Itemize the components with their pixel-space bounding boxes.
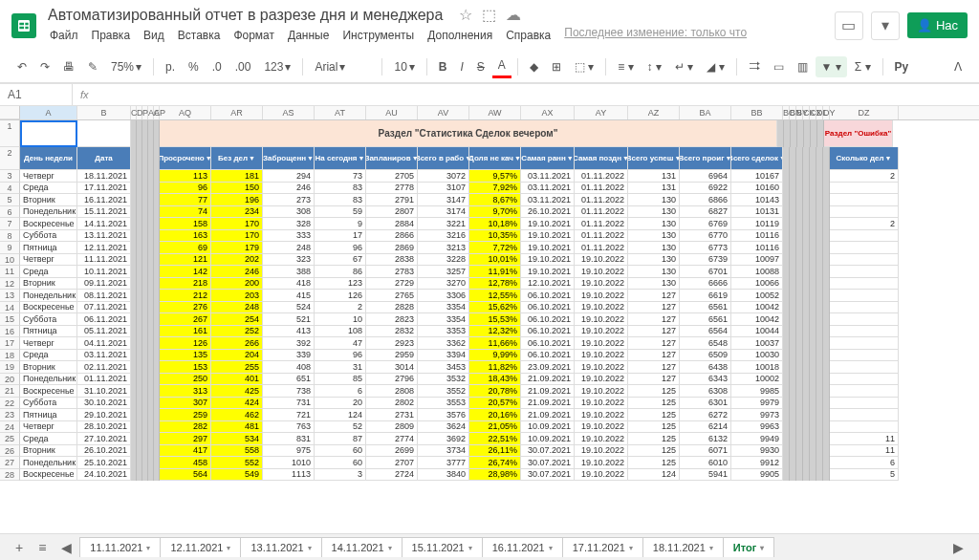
sheet-tab[interactable]: 16.11.2021 ▾ <box>482 537 563 557</box>
table-row[interactable]: 11 Среда 10.11.2021 142 246 388 86 2783 … <box>0 266 979 278</box>
functions-button[interactable]: Σ ▾ <box>849 56 877 77</box>
print-button[interactable]: 🖶 <box>57 56 80 77</box>
sheet-tab[interactable]: 17.11.2021 ▾ <box>562 537 643 557</box>
col-aq[interactable]: Просрочено▼ <box>160 147 211 170</box>
sheet-tab[interactable]: 13.11.2021 ▾ <box>240 537 321 557</box>
table-row[interactable]: 5 Вторник 16.11.2021 77 196 273 83 2791 … <box>0 194 979 206</box>
comments-icon[interactable]: ▭ <box>835 11 863 40</box>
text-color-button[interactable]: A <box>492 54 511 78</box>
table-row[interactable]: 10 Четверг 11.11.2021 121 202 323 67 283… <box>0 254 979 267</box>
table-row[interactable]: 22 Суббота 30.10.2021 307 424 731 20 280… <box>0 398 979 410</box>
col-ax[interactable]: Самая ранн▼ <box>521 147 575 170</box>
col-dz[interactable]: Сколько дел▼ <box>830 147 899 170</box>
table-row[interactable]: 25 Среда 27.10.2021 297 534 831 87 2774 … <box>0 433 979 445</box>
table-row[interactable]: 15 Суббота 06.11.2021 267 254 521 10 282… <box>0 313 979 326</box>
sheet-tab[interactable]: Итог ▾ <box>723 537 774 557</box>
undo-button[interactable]: ↶ <box>11 56 33 77</box>
menu-format[interactable]: Формат <box>228 26 280 45</box>
menu-data[interactable]: Данные <box>282 26 335 45</box>
table-row[interactable]: 9 Пятница 12.11.2021 69 179 248 96 2869 … <box>0 242 979 254</box>
zoom-select[interactable]: 75% ▾ <box>105 56 147 77</box>
table-row[interactable]: 20 Понедельник 01.11.2021 250 401 651 85… <box>0 374 979 386</box>
menu-edit[interactable]: Правка <box>86 26 137 45</box>
doc-title[interactable]: Автоматизированный отчет в разрезе дня и… <box>44 5 446 25</box>
share-button[interactable]: 👤 Нас <box>907 12 968 38</box>
table-row[interactable]: 14 Воскресенье 07.11.2021 276 248 524 2 … <box>0 302 979 314</box>
all-sheets-button[interactable]: ≡ <box>31 536 54 559</box>
sheet-tab[interactable]: 14.11.2021 ▾ <box>321 537 402 557</box>
col-ay[interactable]: Самая поздн▼ <box>575 147 628 170</box>
ru-button[interactable]: Ру <box>889 56 915 77</box>
sheet-tab[interactable]: 11.11.2021 ▾ <box>79 537 161 557</box>
table-row[interactable]: 18 Среда 03.11.2021 135 204 339 96 2959 … <box>0 350 979 362</box>
cell-reference[interactable]: A1 <box>0 84 73 105</box>
table-row[interactable]: 7 Воскресенье 14.11.2021 158 170 328 9 2… <box>0 218 979 230</box>
table-row[interactable]: 26 Вторник 26.10.2021 417 558 975 60 269… <box>0 445 979 458</box>
add-sheet-button[interactable]: + <box>8 536 31 559</box>
paint-format-button[interactable]: ✎ <box>82 56 103 77</box>
present-icon[interactable]: ▾ <box>871 11 900 40</box>
collapse-toolbar-button[interactable]: ᐱ <box>948 56 968 77</box>
chart-button[interactable]: ▥ <box>792 56 814 77</box>
fill-color-button[interactable]: ◆ <box>524 56 544 77</box>
col-bb[interactable]: Всего сделок▼ <box>731 147 783 170</box>
fontsize-select[interactable]: 10 ▾ <box>388 56 420 77</box>
table-row[interactable]: 8 Суббота 13.11.2021 163 170 333 17 2866… <box>0 230 979 243</box>
sheet-tab[interactable]: 12.11.2021 ▾ <box>160 537 241 557</box>
menu-addons[interactable]: Дополнения <box>422 26 498 45</box>
dec-decimal-button[interactable]: .0 <box>207 56 228 77</box>
comment-button[interactable]: ▭ <box>768 56 790 77</box>
sheet-tab[interactable]: 15.11.2021 ▾ <box>402 537 483 557</box>
link-button[interactable]: ⮆ <box>743 56 766 77</box>
scroll-right-button[interactable]: ▶ <box>946 536 971 559</box>
col-ba[interactable]: Всего проиг▼ <box>680 147 731 170</box>
menu-view[interactable]: Вид <box>138 26 170 45</box>
menu-help[interactable]: Справка <box>500 26 556 45</box>
table-row[interactable]: 21 Воскресенье 31.10.2021 313 425 738 6 … <box>0 385 979 398</box>
percent-button[interactable]: % <box>183 56 205 77</box>
last-modified[interactable]: Последнее изменение: только что <box>564 26 747 45</box>
table-row[interactable]: 16 Пятница 05.11.2021 161 252 413 108 28… <box>0 326 979 338</box>
col-az[interactable]: Всего успеш▼ <box>628 147 680 170</box>
menu-insert[interactable]: Вставка <box>172 26 227 45</box>
col-at[interactable]: На сегодня▼ <box>315 147 366 170</box>
bold-button[interactable]: B <box>433 56 453 77</box>
table-row[interactable]: 4 Среда 17.11.2021 96 150 246 83 2778 31… <box>0 183 979 195</box>
cell-A1[interactable] <box>20 120 77 147</box>
col-aw[interactable]: Доля не кач▼ <box>469 147 521 170</box>
col-as[interactable]: Заброщенн▼ <box>263 147 315 170</box>
table-row[interactable]: 13 Понедельник 08.11.2021 212 203 415 12… <box>0 290 979 302</box>
move-icon[interactable]: ⬚ <box>482 6 496 24</box>
scroll-left-button[interactable]: ◀ <box>54 536 79 559</box>
merge-button[interactable]: ⬚ ▾ <box>569 56 599 77</box>
table-row[interactable]: 24 Четверг 28.10.2021 282 481 763 52 280… <box>0 421 979 434</box>
cloud-icon[interactable]: ☁ <box>506 6 521 24</box>
col-date[interactable]: Дата <box>77 147 131 170</box>
col-av[interactable]: Всего в рабо▼ <box>418 147 469 170</box>
col-day[interactable]: День недели <box>20 147 77 170</box>
table-row[interactable]: 23 Пятница 29.10.2021 259 462 721 124 27… <box>0 409 979 421</box>
col-au[interactable]: Запланиров▼ <box>366 147 418 170</box>
table-row[interactable]: 17 Четверг 04.11.2021 126 266 392 47 292… <box>0 337 979 350</box>
filter-button[interactable]: ▼ ▾ <box>816 56 847 77</box>
table-row[interactable]: 3 Четверг 18.11.2021 113 181 294 73 2705… <box>0 170 979 183</box>
star-icon[interactable]: ☆ <box>459 6 472 24</box>
halign-button[interactable]: ≡ ▾ <box>612 56 639 77</box>
sheets-logo[interactable] <box>11 13 36 38</box>
redo-button[interactable]: ↷ <box>34 56 55 77</box>
col-ar[interactable]: Без дел▼ <box>211 147 263 170</box>
valign-button[interactable]: ↕ ▾ <box>642 56 667 77</box>
spreadsheet-grid[interactable]: A B CDPACAP AQ AR AS AT AU AV AW AX AY A… <box>0 106 979 546</box>
borders-button[interactable]: ⊞ <box>546 56 567 77</box>
font-select[interactable]: Arial ▾ <box>309 56 376 77</box>
wrap-button[interactable]: ↵ ▾ <box>669 56 699 77</box>
rotate-button[interactable]: ◢ ▾ <box>701 56 729 77</box>
table-row[interactable]: 12 Вторник 09.11.2021 218 200 418 123 27… <box>0 278 979 291</box>
inc-decimal-button[interactable]: .00 <box>229 56 257 77</box>
table-row[interactable]: 19 Вторник 02.11.2021 153 255 408 31 301… <box>0 361 979 374</box>
italic-button[interactable]: I <box>454 56 468 77</box>
menu-tools[interactable]: Инструменты <box>337 26 420 45</box>
table-row[interactable]: 6 Понедельник 15.11.2021 74 234 308 59 2… <box>0 206 979 219</box>
currency-button[interactable]: р. <box>160 56 181 77</box>
format-select[interactable]: 123 ▾ <box>258 56 296 77</box>
